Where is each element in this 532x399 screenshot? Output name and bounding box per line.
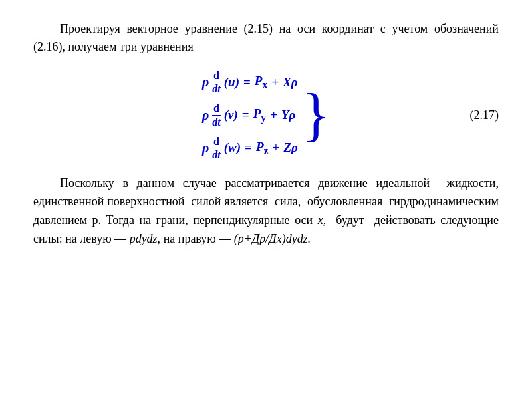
frac-2: d dt — [211, 102, 221, 128]
frac-num-2: d — [212, 102, 221, 115]
intro-text: Проектируя векторное уравнение (2.15) на… — [33, 22, 499, 53]
eq-sign-1: = — [243, 75, 251, 90]
var-2: (v) — [224, 108, 238, 122]
body-paragraph: Поскольку в данном случае рассматриваетс… — [33, 174, 499, 249]
frac-num-3: d — [212, 135, 221, 148]
yrho-2: Yρ — [281, 108, 295, 122]
equation-3: ρ d dt (w) = Pz + Zρ — [202, 135, 298, 161]
equation-block: ρ d dt (u) = Px + Xρ — [33, 69, 499, 161]
plus-3: + — [273, 140, 280, 155]
intro-paragraph: Проектируя векторное уравнение (2.15) на… — [33, 20, 499, 56]
right-brace: } — [302, 69, 330, 161]
px-1: Px — [255, 74, 268, 91]
italic-x: x, — [318, 213, 327, 227]
xrho-1: Xρ — [283, 75, 297, 90]
italic-pdydz: pdydz, — [130, 232, 161, 245]
rho-2: ρ — [202, 108, 209, 123]
equation-2: ρ d dt (v) = Py + Yρ — [202, 102, 295, 128]
frac-den-2: dt — [211, 116, 221, 128]
body-text-1: Поскольку в данном случае рассматриваетс… — [33, 176, 499, 245]
eq-sign-3: = — [245, 140, 252, 155]
var-3: (w) — [224, 140, 241, 155]
var-1: (u) — [224, 75, 239, 90]
py-2: Py — [253, 106, 267, 124]
frac-3: d dt — [211, 135, 221, 161]
equation-number: (2.17) — [470, 108, 499, 122]
frac-1: d dt — [211, 69, 221, 95]
page: Проектируя векторное уравнение (2.15) на… — [0, 0, 532, 399]
equations-container: ρ d dt (u) = Px + Xρ — [202, 69, 330, 161]
rho-1: ρ — [202, 74, 209, 90]
italic-formula: (р+Др/Дх)dydz. — [234, 232, 311, 245]
frac-num-1: d — [212, 69, 221, 82]
frac-den-3: dt — [211, 148, 221, 161]
eq-sign-2: = — [242, 108, 249, 122]
plus-1: + — [271, 75, 279, 90]
equations-list: ρ d dt (u) = Px + Xρ — [202, 69, 298, 161]
rho-3: ρ — [202, 140, 209, 156]
pz-3: Pz — [256, 140, 269, 157]
frac-den-1: dt — [211, 82, 221, 95]
equation-1: ρ d dt (u) = Px + Xρ — [202, 69, 298, 95]
plus-2: + — [270, 108, 277, 122]
zrho-3: Zρ — [283, 140, 297, 155]
